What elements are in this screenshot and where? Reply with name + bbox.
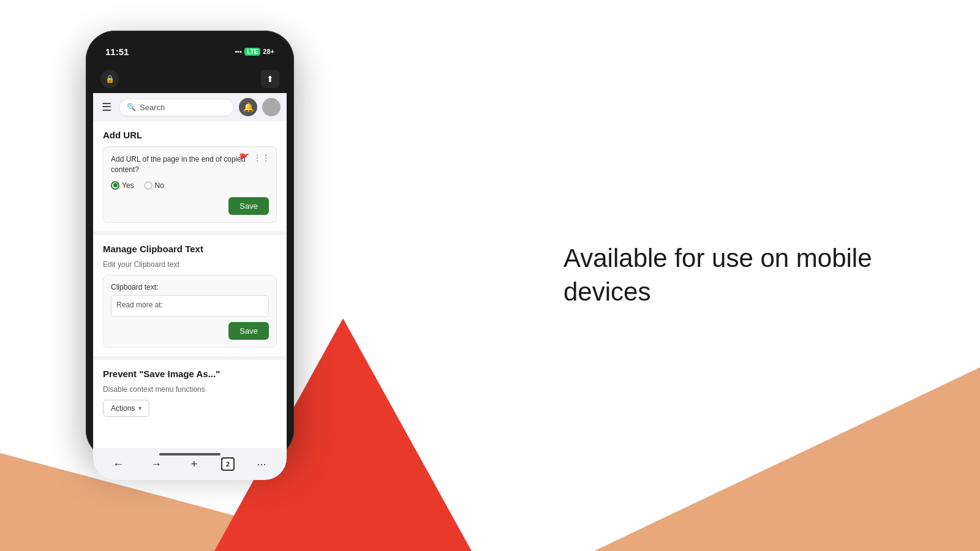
tab-count[interactable]: 2 [221, 457, 235, 471]
add-url-save-button[interactable]: Save [228, 197, 269, 215]
phone-screen: ☰ 🔍 Search 🔔 Add URL Add URL of the page… [93, 93, 287, 448]
actions-chevron-icon: ▾ [138, 405, 141, 411]
battery-indicator: 28+ [263, 48, 274, 55]
radio-no-label: No [155, 181, 164, 190]
clearfix1: Save [111, 197, 269, 215]
clipboard-card: Clipboard text: Read more at: Save [103, 275, 277, 348]
prevent-save-section: Prevent "Save Image As..." Disable conte… [93, 360, 287, 425]
back-button[interactable]: ← [107, 453, 129, 475]
grid-icon: ⋮⋮ [253, 153, 270, 163]
forward-button[interactable]: → [145, 453, 167, 475]
lte-badge: LTE [244, 48, 260, 56]
notification-button[interactable]: 🔔 [239, 98, 257, 116]
search-icon: 🔍 [127, 103, 136, 111]
search-bar[interactable]: 🔍 Search [119, 99, 234, 116]
content-area: Add URL Add URL of the page in the end o… [93, 121, 287, 448]
flag-icon: 🚩 [239, 153, 249, 163]
home-indicator [159, 453, 221, 455]
prevent-save-subtitle: Disable context menu functions [103, 385, 277, 394]
clipboard-input[interactable]: Read more at: [111, 295, 269, 317]
menu-button[interactable]: ☰ [99, 98, 114, 116]
status-indicators: ▪▪▪ LTE 28+ [235, 48, 274, 56]
radio-yes-inner [113, 183, 118, 187]
actions-label: Actions [111, 404, 135, 413]
share-icon[interactable]: ⬆ [261, 70, 279, 88]
add-url-card: Add URL of the page in the end of copied… [103, 146, 277, 223]
clearfix2: Save [111, 322, 269, 340]
bg-shape-orange-right [429, 367, 980, 551]
status-time: 11:51 [105, 47, 129, 57]
tagline: Available for use on mobile devices [564, 242, 931, 309]
status-bar: 11:51 ▪▪▪ LTE 28+ [93, 38, 287, 65]
clipboard-label: Clipboard text: [111, 283, 269, 291]
browser-bar: 🔒 ⬆ [93, 65, 287, 93]
radio-no[interactable]: No [144, 181, 164, 190]
phone-mockup: 11:51 ▪▪▪ LTE 28+ 🔒 ⬆ ☰ 🔍 Search 🔔 [86, 31, 294, 459]
signal-icon: ▪▪▪ [235, 48, 242, 55]
avatar[interactable] [262, 98, 281, 116]
clipboard-title: Manage Clipboard Text [103, 244, 277, 254]
actions-button[interactable]: Actions ▾ [103, 400, 149, 417]
prevent-save-title: Prevent "Save Image As..." [103, 369, 277, 379]
add-url-title: Add URL [103, 130, 277, 140]
radio-no-circle [144, 181, 153, 190]
clipboard-subtitle: Edit your Clipboard text [103, 260, 277, 269]
add-url-section: Add URL Add URL of the page in the end o… [93, 121, 287, 235]
radio-group: Yes No [111, 181, 269, 190]
radio-yes-label: Yes [122, 181, 134, 190]
radio-yes[interactable]: Yes [111, 181, 134, 190]
browser-toolbar: ☰ 🔍 Search 🔔 [93, 93, 287, 121]
more-button[interactable]: ··· [251, 453, 273, 475]
add-tab-button[interactable]: + [183, 453, 205, 475]
search-text: Search [140, 103, 165, 112]
card-icons: 🚩 ⋮⋮ [239, 153, 270, 163]
lock-icon[interactable]: 🔒 [100, 70, 119, 88]
clipboard-save-button[interactable]: Save [228, 322, 269, 340]
radio-yes-circle [111, 181, 119, 190]
manage-clipboard-section: Manage Clipboard Text Edit your Clipboar… [93, 235, 287, 360]
phone-frame: 11:51 ▪▪▪ LTE 28+ 🔒 ⬆ ☰ 🔍 Search 🔔 [86, 31, 294, 459]
